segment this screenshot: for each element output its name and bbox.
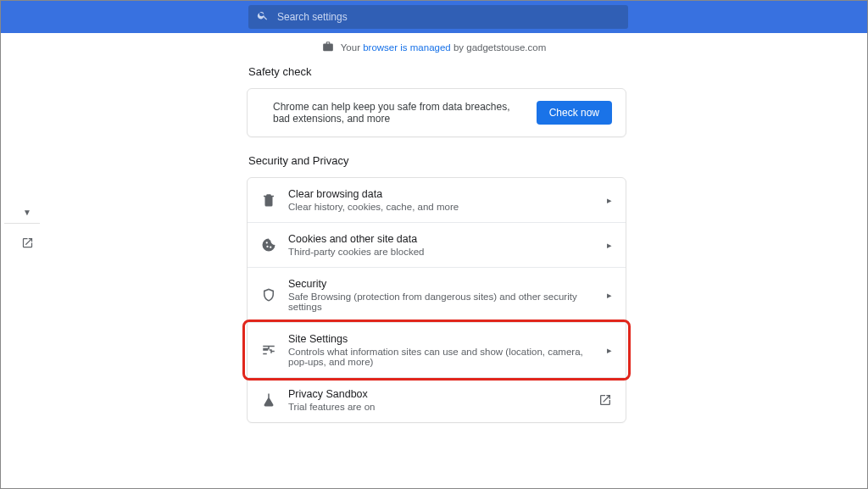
row-cookies[interactable]: Cookies and other site dataThird-party c…: [248, 222, 626, 267]
row-privacy-sandbox[interactable]: Privacy SandboxTrial features are on: [248, 377, 626, 422]
row-subtitle: Trial features are on: [288, 402, 587, 412]
flask-icon: [261, 392, 276, 408]
row-subtitle: Controls what information sites can use …: [288, 347, 595, 367]
shield-outline-icon: [261, 287, 276, 303]
search-settings[interactable]: [248, 5, 628, 29]
security-privacy-heading: Security and Privacy: [248, 154, 626, 167]
row-security[interactable]: SecuritySafe Browsing (protection from d…: [248, 267, 626, 322]
chevron-right-icon: ▸: [607, 345, 612, 356]
cookie-icon: [261, 237, 276, 253]
row-title: Security: [288, 278, 595, 290]
row-clear-browsing-data[interactable]: Clear browsing dataClear history, cookie…: [248, 178, 626, 222]
banner-text: Your browser is managed by gadgetstouse.…: [341, 42, 547, 53]
row-title: Cookies and other site data: [288, 233, 595, 245]
chevron-right-icon: ▸: [607, 195, 612, 206]
divider: [4, 223, 40, 224]
briefcase-icon: [322, 41, 334, 54]
external-link-icon[interactable]: [21, 236, 34, 249]
row-subtitle: Third-party cookies are blocked: [288, 247, 595, 257]
sliders-icon: [261, 342, 276, 358]
row-title: Site Settings: [288, 333, 595, 345]
safety-check-heading: Safety check: [248, 65, 626, 78]
row-title: Privacy Sandbox: [288, 388, 587, 400]
row-site-settings[interactable]: Site SettingsControls what information s…: [248, 322, 626, 377]
row-title: Clear browsing data: [288, 188, 595, 200]
row-subtitle: Safe Browsing (protection from dangerous…: [288, 292, 595, 312]
external-link-icon: [598, 393, 612, 407]
search-input[interactable]: [277, 11, 620, 23]
chevron-right-icon: ▸: [607, 240, 612, 251]
check-now-button[interactable]: Check now: [537, 101, 612, 125]
chevron-right-icon: ▸: [607, 290, 612, 301]
header-bar: [1, 1, 867, 33]
row-subtitle: Clear history, cookies, cache, and more: [288, 202, 595, 212]
chevron-down-icon[interactable]: ▼: [23, 208, 31, 217]
safety-check-row: Chrome can help keep you safe from data …: [248, 89, 626, 136]
managed-link[interactable]: browser is managed: [363, 42, 451, 53]
safety-check-text: Chrome can help keep you safe from data …: [273, 101, 525, 125]
trash-icon: [261, 192, 276, 208]
search-icon: [257, 9, 269, 25]
